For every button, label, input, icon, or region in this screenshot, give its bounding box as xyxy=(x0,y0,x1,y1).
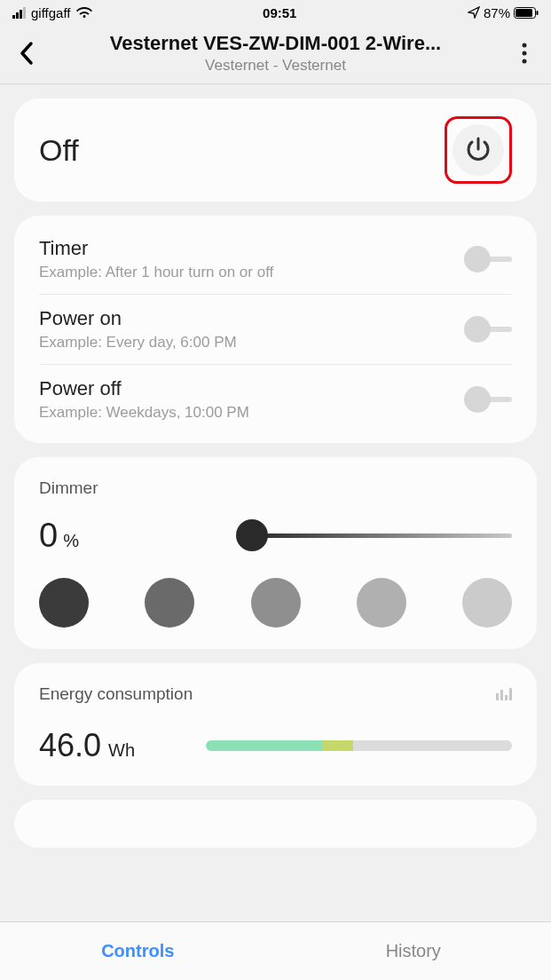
more-menu-button[interactable] xyxy=(508,43,540,64)
bottom-tab-bar: Controls History xyxy=(0,921,551,980)
energy-card: Energy consumption 46.0 Wh xyxy=(14,663,537,786)
chart-bars-icon[interactable] xyxy=(496,688,512,700)
slider-track xyxy=(252,533,512,538)
power-state-label: Off xyxy=(39,133,79,168)
schedule-title: Power off xyxy=(39,377,249,400)
svg-point-5 xyxy=(523,59,527,64)
schedule-subtitle: Example: Every day, 6:00 PM xyxy=(39,334,237,352)
dimmer-preset-4[interactable] xyxy=(357,578,406,628)
energy-header: Energy consumption xyxy=(39,684,512,704)
schedule-subtitle: Example: After 1 hour turn on or off xyxy=(39,264,273,281)
power-off-toggle[interactable] xyxy=(464,386,512,413)
svg-point-4 xyxy=(523,51,527,56)
wifi-icon xyxy=(76,6,92,19)
location-icon xyxy=(468,6,480,19)
header-titles: Vesternet VES-ZW-DIM-001 2-Wire... Veste… xyxy=(43,32,508,75)
tab-controls[interactable]: Controls xyxy=(0,922,276,980)
back-button[interactable] xyxy=(11,41,43,66)
dimmer-section-title: Dimmer xyxy=(39,478,512,498)
dimmer-presets xyxy=(39,578,512,628)
battery-percent-label: 87% xyxy=(484,5,510,20)
energy-unit: Wh xyxy=(108,740,135,761)
schedule-text: Power on Example: Every day, 6:00 PM xyxy=(39,307,237,352)
status-right: 87% xyxy=(468,5,539,20)
status-left: giffgaff xyxy=(12,5,92,20)
energy-bar-segment-mid xyxy=(322,740,352,751)
carrier-label: giffgaff xyxy=(31,5,71,20)
schedule-text: Power off Example: Weekdays, 10:00 PM xyxy=(39,377,249,422)
svg-point-3 xyxy=(523,43,527,48)
page-header: Vesternet VES-ZW-DIM-001 2-Wire... Veste… xyxy=(0,25,551,84)
energy-row: 46.0 Wh xyxy=(39,727,512,764)
energy-bar-segment-empty xyxy=(353,740,512,751)
schedule-subtitle: Example: Weekdays, 10:00 PM xyxy=(39,404,249,422)
dimmer-preset-3[interactable] xyxy=(251,578,301,628)
svg-rect-1 xyxy=(516,9,532,17)
battery-icon xyxy=(514,7,539,19)
power-card: Off xyxy=(14,99,537,202)
power-toggle-button[interactable] xyxy=(453,124,504,176)
content-area: Off Timer Example: After 1 hour turn on … xyxy=(0,84,551,862)
status-bar: giffgaff 09:51 87% xyxy=(0,0,551,25)
schedule-title: Power on xyxy=(39,307,237,330)
energy-section-title: Energy consumption xyxy=(39,684,193,704)
energy-value: 46.0 Wh xyxy=(39,727,135,764)
svg-rect-2 xyxy=(537,11,539,15)
energy-usage-bar xyxy=(206,740,512,751)
schedule-text: Timer Example: After 1 hour turn on or o… xyxy=(39,237,273,281)
page-subtitle: Vesternet - Vesternet xyxy=(43,57,508,75)
energy-bar-segment-low xyxy=(206,740,322,751)
schedule-title: Timer xyxy=(39,237,273,260)
cellular-signal-icon xyxy=(12,7,26,19)
dimmer-slider[interactable] xyxy=(252,518,512,553)
power-button-highlight xyxy=(445,116,512,184)
clock-label: 09:51 xyxy=(263,5,296,20)
more-vertical-icon xyxy=(522,43,527,64)
dimmer-row: 0 % xyxy=(39,518,512,553)
dimmer-preset-2[interactable] xyxy=(145,578,194,628)
timer-toggle[interactable] xyxy=(464,246,512,273)
chevron-left-icon xyxy=(19,41,35,66)
dimmer-card: Dimmer 0 % xyxy=(14,457,537,649)
dimmer-value: 0 % xyxy=(39,517,79,555)
slider-thumb[interactable] xyxy=(236,519,268,551)
dimmer-preset-5[interactable] xyxy=(462,578,512,628)
dimmer-unit: % xyxy=(63,531,79,551)
schedules-card: Timer Example: After 1 hour turn on or o… xyxy=(14,216,537,443)
schedule-row-timer[interactable]: Timer Example: After 1 hour turn on or o… xyxy=(39,225,512,294)
next-card-peek[interactable] xyxy=(14,800,537,848)
schedule-row-power-off[interactable]: Power off Example: Weekdays, 10:00 PM xyxy=(39,364,512,434)
schedule-row-power-on[interactable]: Power on Example: Every day, 6:00 PM xyxy=(39,294,512,364)
page-title: Vesternet VES-ZW-DIM-001 2-Wire... xyxy=(63,32,489,55)
energy-number: 46.0 xyxy=(39,727,101,764)
dimmer-number: 0 xyxy=(39,517,58,555)
power-on-toggle[interactable] xyxy=(464,316,512,343)
dimmer-preset-1[interactable] xyxy=(39,578,89,628)
power-icon xyxy=(464,136,492,164)
tab-history[interactable]: History xyxy=(276,922,552,980)
